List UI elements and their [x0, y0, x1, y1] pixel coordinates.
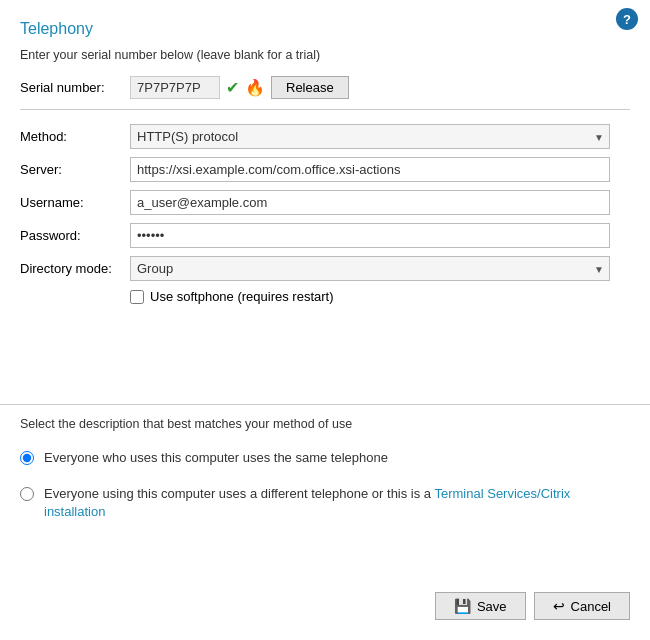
- flame-icon: 🔥: [245, 78, 265, 97]
- password-label: Password:: [20, 228, 130, 243]
- serial-label: Serial number:: [20, 80, 130, 95]
- check-icon: ✔: [226, 78, 239, 97]
- release-button[interactable]: Release: [271, 76, 349, 99]
- divider-1: [20, 109, 630, 110]
- method-select[interactable]: HTTP(S) protocol TAPI None: [130, 124, 610, 149]
- cancel-button[interactable]: ↩ Cancel: [534, 592, 630, 620]
- method-label: Method:: [20, 129, 130, 144]
- server-input[interactable]: [130, 157, 610, 182]
- radio-label-text1: Everyone using this computer uses a diff…: [44, 486, 434, 501]
- radio-group: Everyone who uses this computer uses the…: [0, 449, 650, 522]
- username-label: Username:: [20, 195, 130, 210]
- save-icon: 💾: [454, 598, 471, 614]
- bottom-section: Select the description that best matches…: [0, 404, 650, 431]
- page-title: Telephony: [0, 0, 650, 48]
- cancel-icon: ↩: [553, 598, 565, 614]
- radio-row-1: Everyone who uses this computer uses the…: [20, 449, 630, 467]
- directory-mode-label: Directory mode:: [20, 261, 130, 276]
- radio-row-2: Everyone using this computer uses a diff…: [20, 485, 630, 521]
- server-label: Server:: [20, 162, 130, 177]
- method-select-wrapper: HTTP(S) protocol TAPI None ▼: [130, 124, 610, 149]
- directory-mode-select-wrapper: Group Enterprise None ▼: [130, 256, 610, 281]
- radio-same-telephone[interactable]: [20, 451, 34, 465]
- serial-input[interactable]: [130, 76, 220, 99]
- directory-mode-select[interactable]: Group Enterprise None: [130, 256, 610, 281]
- username-input[interactable]: [130, 190, 610, 215]
- save-label: Save: [477, 599, 507, 614]
- cancel-label: Cancel: [571, 599, 611, 614]
- footer-buttons: 💾 Save ↩ Cancel: [435, 592, 630, 620]
- help-button[interactable]: ?: [616, 8, 638, 30]
- save-button[interactable]: 💾 Save: [435, 592, 526, 620]
- softphone-label[interactable]: Use softphone (requires restart): [150, 289, 334, 304]
- radio-same-telephone-label[interactable]: Everyone who uses this computer uses the…: [44, 449, 388, 467]
- softphone-checkbox[interactable]: [130, 290, 144, 304]
- radio-different-telephone[interactable]: [20, 487, 34, 501]
- radio-different-telephone-label[interactable]: Everyone using this computer uses a diff…: [44, 485, 630, 521]
- password-input[interactable]: [130, 223, 610, 248]
- description-text: Enter your serial number below (leave bl…: [0, 48, 650, 76]
- softphone-row: Use softphone (requires restart): [130, 289, 630, 304]
- bottom-description: Select the description that best matches…: [20, 417, 630, 431]
